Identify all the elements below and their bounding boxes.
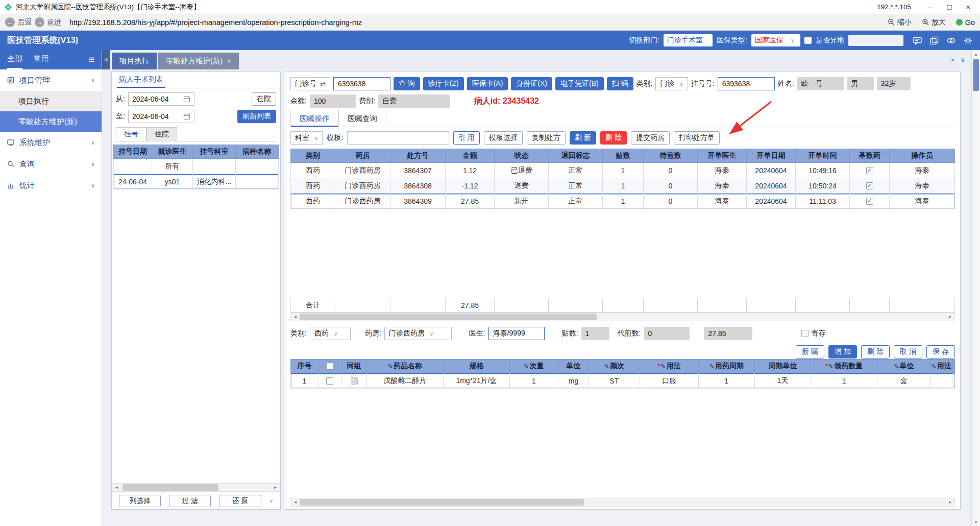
- date-from-input[interactable]: 2024-06-04: [128, 92, 194, 106]
- insurance-select[interactable]: 国家医保 ∨: [751, 34, 800, 46]
- close-tab-icon[interactable]: ×: [227, 57, 231, 65]
- gear-icon[interactable]: [963, 36, 973, 45]
- header-cell[interactable]: 退回标志: [549, 149, 603, 163]
- tab-order-operate[interactable]: 医嘱操作: [290, 110, 338, 127]
- refresh-list-button[interactable]: 刷新列表: [237, 110, 276, 123]
- table-cell[interactable]: mg: [558, 373, 589, 389]
- table-cell[interactable]: 戊酸雌二醇片: [367, 373, 444, 389]
- table-cell[interactable]: 新开: [495, 194, 549, 209]
- table-cell[interactable]: 3864309: [390, 194, 446, 209]
- copy-pages-icon[interactable]: [929, 36, 939, 45]
- scan-button[interactable]: 扫 码: [607, 77, 633, 90]
- table-cell[interactable]: 0: [644, 178, 698, 194]
- regno-input[interactable]: 6393638: [718, 77, 775, 90]
- table-cell[interactable]: 1: [290, 373, 318, 389]
- table-cell[interactable]: ST: [589, 373, 640, 389]
- table-row[interactable]: 西药门诊西药房3864308-1.12退费正常10海泰2024060410:50…: [290, 178, 955, 194]
- header-cell[interactable]: ✎频次: [589, 359, 640, 373]
- pharmacy-select[interactable]: 门诊西药房 ∨: [384, 327, 452, 340]
- scroll-thumb[interactable]: [300, 314, 597, 320]
- table-cell[interactable]: 0: [644, 163, 698, 178]
- scroll-left-icon[interactable]: ◄: [291, 315, 300, 319]
- table-cell[interactable]: 1: [699, 373, 755, 389]
- footer-caret-icon[interactable]: ∨: [270, 498, 273, 504]
- table-cell[interactable]: 西药: [290, 178, 335, 194]
- header-cell[interactable]: 处方号: [390, 149, 446, 163]
- forward-button[interactable]: → 前进: [35, 17, 61, 27]
- table-cell[interactable]: 正常: [549, 194, 603, 209]
- scroll-thumb[interactable]: [300, 499, 584, 506]
- sidebar-tab-all[interactable]: 全部: [7, 50, 22, 69]
- table-cell[interactable]: [549, 298, 603, 313]
- table-row[interactable]: 西药门诊西药房38643071.12已退费正常10海泰2024060410:49…: [290, 163, 955, 178]
- table-cell[interactable]: 10:50:24: [796, 178, 850, 194]
- drug-type-select[interactable]: 西药 ∨: [310, 327, 351, 340]
- table-cell[interactable]: 20240604: [747, 163, 796, 178]
- cell-checkbox[interactable]: [351, 377, 358, 385]
- header-cell[interactable]: 贴数: [603, 149, 644, 163]
- collapse-sidebar-button[interactable]: <: [102, 50, 110, 69]
- table-cell[interactable]: 合计: [290, 298, 335, 313]
- table-cell[interactable]: ✓: [850, 178, 890, 194]
- table-cell[interactable]: [390, 298, 446, 313]
- table-row[interactable]: 1戊酸雌二醇片1mg*21片/盒1mgST口服11天1盒: [290, 373, 955, 389]
- table-cell[interactable]: [603, 298, 644, 313]
- header-cell[interactable]: *✎用法: [640, 359, 699, 373]
- table-cell[interactable]: 1: [603, 194, 644, 209]
- table-cell[interactable]: [236, 174, 279, 189]
- inhospital-button[interactable]: 在院: [252, 92, 276, 106]
- header-cell[interactable]: 序号: [290, 359, 318, 373]
- print-rx-button[interactable]: 打印处方单: [674, 131, 720, 145]
- cell-checkbox[interactable]: ✓: [866, 182, 873, 189]
- header-cell[interactable]: ✎用药周期: [699, 359, 755, 373]
- clinic-card-button[interactable]: 诊疗卡(Z): [423, 77, 464, 90]
- delete-button[interactable]: 删 除: [861, 345, 890, 358]
- sidebar-group-query[interactable]: 查询 ∨: [0, 153, 102, 175]
- table-cell[interactable]: 消化内科...: [193, 174, 236, 189]
- restore-button[interactable]: 还 原: [219, 495, 261, 507]
- header-extra-input[interactable]: [848, 35, 903, 46]
- header-cell[interactable]: 规格: [444, 359, 510, 373]
- tab-project-exec[interactable]: 项目执行: [112, 53, 157, 69]
- prescription-hscrollbar[interactable]: ◄ ►: [290, 313, 955, 321]
- tab-outpatient[interactable]: 挂号: [116, 127, 146, 141]
- table-cell[interactable]: 10:49:16: [796, 163, 850, 178]
- scroll-down-icon[interactable]: ▼: [974, 518, 978, 526]
- filter-button[interactable]: 过 滤: [169, 495, 211, 507]
- table-cell[interactable]: [318, 373, 341, 389]
- scroll-left-icon[interactable]: ◄: [291, 500, 300, 505]
- table-cell[interactable]: 正常: [549, 163, 603, 178]
- table-cell[interactable]: 已退费: [495, 163, 549, 178]
- calendar-icon[interactable]: [183, 95, 190, 103]
- patient-list-tab[interactable]: 病人手术列表: [117, 72, 165, 88]
- table-cell[interactable]: 门诊西药房: [335, 178, 390, 194]
- column-select-button[interactable]: 列选择: [119, 495, 161, 507]
- table-cell[interactable]: 1.12: [446, 163, 495, 178]
- table-cell[interactable]: 1: [510, 373, 558, 389]
- doctor-input[interactable]: 海泰/9999: [488, 327, 545, 340]
- header-cell[interactable]: ✎用法: [931, 359, 952, 373]
- table-cell[interactable]: 海泰: [890, 178, 955, 194]
- header-cell[interactable]: 挂号科室: [193, 145, 236, 159]
- page-vertical-scrollbar[interactable]: ▲ ▼: [971, 50, 980, 526]
- header-cell[interactable]: 就诊医生: [152, 145, 193, 159]
- dept-select[interactable]: 门诊手术室: [664, 34, 713, 46]
- search-button[interactable]: 查 询: [394, 77, 420, 90]
- remote-checkbox[interactable]: [804, 37, 812, 44]
- table-cell[interactable]: 所有: [152, 159, 193, 174]
- message-icon[interactable]: [913, 36, 922, 45]
- save-button[interactable]: 保 存: [926, 345, 955, 358]
- back-button[interactable]: ← 后退: [5, 17, 32, 27]
- id-card-button[interactable]: 身份证(X): [511, 77, 552, 90]
- minimize-button[interactable]: –: [923, 3, 938, 11]
- table-cell[interactable]: 海泰: [698, 194, 747, 209]
- table-cell[interactable]: 退费: [495, 178, 549, 194]
- header-cell[interactable]: 挂号日期: [113, 145, 152, 159]
- header-cell[interactable]: 基数药: [850, 149, 890, 163]
- scroll-thumb[interactable]: [973, 59, 979, 91]
- close-button[interactable]: ×: [961, 3, 976, 11]
- tab-rx-maintenance[interactable]: 零散处方维护(新) ×: [158, 53, 239, 69]
- number-type-switcher[interactable]: 门诊号 ⇄: [290, 77, 330, 90]
- table-cell[interactable]: 西药: [290, 163, 335, 178]
- table-cell[interactable]: 27.85: [446, 194, 495, 209]
